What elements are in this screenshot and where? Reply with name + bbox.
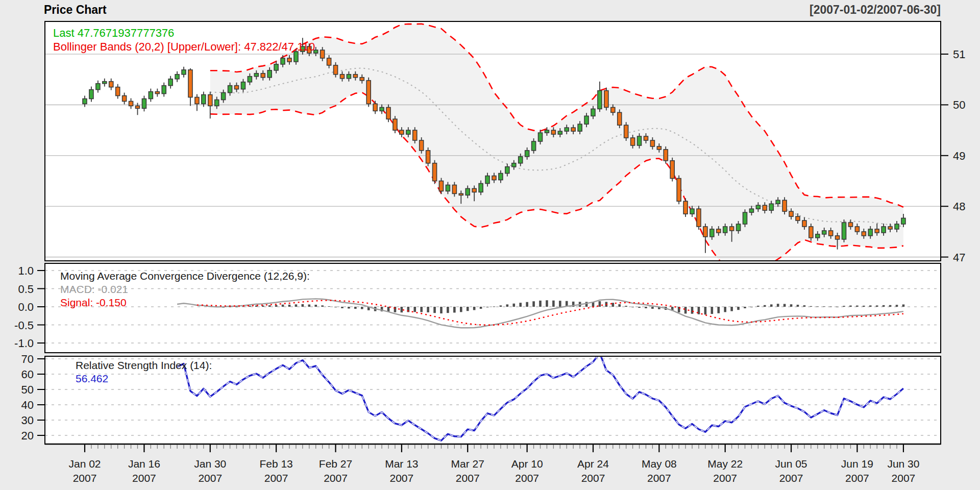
- candle-up: [598, 91, 602, 109]
- macd-histogram-bar: [757, 306, 760, 307]
- candle-up: [406, 130, 410, 134]
- rsi-y-axis-tick-label: 70: [21, 353, 34, 365]
- candle-down: [366, 81, 371, 104]
- macd-histogram-bar: [691, 307, 694, 314]
- macd-legend: Moving Average Convergence Divergence (1…: [60, 270, 310, 309]
- candle-up: [162, 86, 166, 94]
- candle-down: [888, 227, 892, 229]
- macd-histogram-bar: [473, 307, 476, 310]
- candle-down: [862, 232, 866, 236]
- candle-up: [578, 124, 582, 131]
- macd-histogram-bar: [803, 305, 806, 307]
- candle-down: [360, 78, 364, 81]
- candle-down: [439, 181, 443, 191]
- macd-y-axis-tick-label: -1.0: [14, 337, 34, 350]
- candle-down: [796, 216, 800, 220]
- candle-down: [261, 74, 265, 78]
- x-tick-label-year: 2007: [515, 472, 539, 484]
- candle-down: [836, 236, 840, 239]
- macd-histogram-bar: [849, 306, 852, 307]
- candle-down: [829, 231, 833, 236]
- macd-histogram-bar: [354, 307, 357, 309]
- macd-histogram-bar: [599, 301, 601, 307]
- candle-up: [822, 231, 826, 234]
- macd-histogram-bar: [532, 301, 535, 307]
- macd-histogram-bar: [744, 307, 746, 308]
- candle-down: [287, 58, 291, 62]
- candle-up: [182, 70, 186, 75]
- candle-down: [631, 138, 635, 145]
- rsi-value-label: 56.462: [76, 372, 212, 385]
- candle-down: [492, 176, 496, 180]
- macd-histogram-bar: [440, 307, 443, 313]
- macd-histogram-bar: [559, 301, 561, 307]
- candle-up: [499, 174, 503, 180]
- macd-histogram-bar: [645, 307, 647, 308]
- x-tick-label-date: Jun 19: [841, 458, 873, 470]
- candle-up: [591, 109, 595, 116]
- macd-histogram-bar: [618, 304, 621, 307]
- x-tick-label-date: Jan 02: [68, 458, 101, 470]
- macd-histogram-bar: [711, 307, 714, 314]
- candle-up: [584, 116, 589, 124]
- x-tick-label-year: 2007: [324, 472, 348, 484]
- macd-histogram-bar: [638, 307, 641, 308]
- macd-histogram-bar: [836, 307, 839, 307]
- candle-up: [241, 82, 245, 89]
- macd-histogram-bar: [717, 307, 720, 313]
- x-tick-label-date: May 22: [707, 458, 743, 470]
- candle-down: [809, 227, 813, 238]
- candle-down: [697, 209, 701, 227]
- macd-histogram-bar: [876, 305, 878, 307]
- x-tick-label-date: Jun 05: [775, 458, 807, 470]
- macd-histogram-bar: [631, 307, 634, 307]
- macd-histogram-bar: [519, 303, 522, 307]
- candle-down: [875, 229, 879, 233]
- candle-down: [327, 58, 331, 65]
- candle-down: [373, 104, 377, 111]
- candle-down: [413, 130, 417, 140]
- candle-up: [267, 70, 272, 78]
- candle-down: [763, 205, 767, 210]
- macd-histogram-bar: [612, 303, 615, 307]
- candle-up: [485, 176, 489, 184]
- candle-down: [624, 125, 628, 138]
- x-tick-label-year: 2007: [264, 472, 288, 484]
- candle-down: [129, 101, 133, 106]
- x-tick-label-date: Jan 16: [128, 458, 160, 470]
- candle-up: [215, 100, 219, 106]
- candle-up: [380, 107, 384, 111]
- macd-histogram-bar: [777, 304, 779, 307]
- macd-histogram-bar: [506, 304, 509, 307]
- x-tick-label-date: Feb 13: [259, 458, 292, 470]
- macd-histogram-bar: [493, 306, 496, 307]
- x-tick-label-year: 2007: [581, 472, 605, 484]
- candle-down: [618, 112, 622, 125]
- candle-up: [347, 75, 351, 79]
- macd-histogram-bar: [816, 306, 819, 307]
- price-tick-label: 48: [953, 200, 965, 213]
- candle-up: [83, 99, 87, 104]
- candle-up: [710, 229, 714, 237]
- macd-histogram-bar: [512, 304, 515, 307]
- candle-down: [789, 211, 793, 216]
- candle-up: [776, 200, 780, 204]
- candle-up: [868, 229, 872, 236]
- x-tick-label-date: Feb 27: [319, 458, 352, 470]
- macd-histogram-bar: [314, 305, 317, 307]
- macd-histogram-bar: [321, 305, 324, 307]
- macd-histogram-bar: [341, 307, 344, 308]
- candle-up: [737, 224, 741, 231]
- macd-histogram-bar: [334, 307, 337, 307]
- candle-up: [816, 234, 820, 238]
- candle-down: [353, 75, 357, 78]
- candle-up: [743, 212, 747, 224]
- page-title: Price Chart: [44, 3, 107, 17]
- chart-window: 51504948471.00.50.0-0.5-1.0706050403020J…: [0, 0, 980, 490]
- rsi-y-axis-tick-label: 40: [21, 399, 34, 411]
- macd-histogram-bar: [684, 307, 687, 313]
- candle-down: [571, 128, 575, 131]
- candle-down: [426, 151, 430, 163]
- candle-down: [386, 107, 390, 119]
- price-legend: Last 47.7671937777376 Bollinger Bands (2…: [53, 26, 315, 54]
